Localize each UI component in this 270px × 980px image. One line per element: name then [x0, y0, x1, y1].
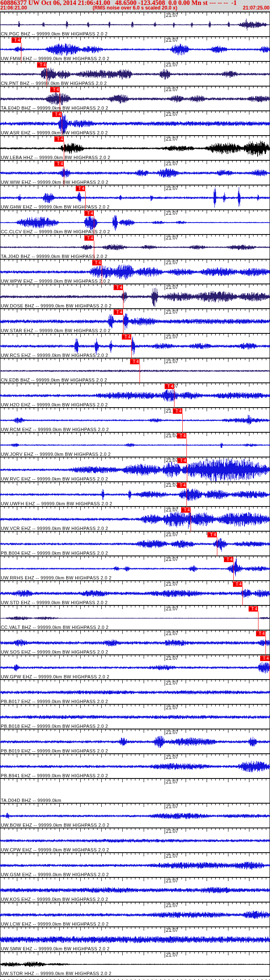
pick-marker-line[interactable]	[140, 364, 140, 383]
trace-row[interactable]: 21:07 UW.DOSE BHZ -- 99999.0km BW HIGHPA…	[0, 284, 270, 308]
pick-marker-flag[interactable]: xT 4	[165, 384, 174, 389]
trace-row[interactable]: 21:07 UW.STAR EHZ -- 99999.0km BW HIGHPA…	[0, 308, 270, 333]
pick-marker-line[interactable]	[64, 166, 64, 185]
pick-marker-line[interactable]	[85, 191, 86, 210]
trace-row[interactable]: 21:07 UW.ASR EHZ -- 99999.0km BW HIGHPAS…	[0, 110, 270, 135]
pick-marker-line[interactable]	[174, 389, 175, 408]
pick-marker-line[interactable]	[47, 68, 47, 87]
trace-row[interactable]: 21:07 CC.VALT BHZ -- 99999.0km BW HIGHPA…	[0, 605, 270, 630]
station-channel-label: UW.STOR HHZ -- 99999.0km BW HIGHPASS 2.0…	[1, 971, 112, 976]
trace-row[interactable]: 21:07 CC.CLCV EHZ -- 99999.0km BW HIGHPA…	[0, 209, 270, 234]
pick-marker-flag[interactable]: xT 4	[92, 260, 102, 265]
pick-marker-line[interactable]	[60, 92, 60, 111]
trace-row[interactable]: 21:07 PB.B019 EHZ -- 99999.0km BW HIGHPA…	[0, 729, 270, 753]
pick-marker-line[interactable]	[62, 117, 62, 136]
station-channel-label: CN.PNT BHZ -- 99999.0km BW HIGHPASS 2.0 …	[1, 81, 107, 86]
pick-marker-line[interactable]	[64, 142, 64, 161]
station-channel-label: UW.H2O EHZ -- 99999.0km BW HIGHPASS 2.0 …	[1, 402, 108, 407]
pick-marker-line[interactable]	[94, 216, 94, 235]
trace-row[interactable]: 21:07 UW.UWFH EHZ -- 99999.0km BW HIGHPA…	[0, 481, 270, 506]
pick-marker-flag[interactable]: xT 4	[122, 334, 131, 340]
pick-marker-line[interactable]	[265, 636, 266, 655]
trace-row[interactable]: 21:07 UW.WIW EHZ -- 99999.0km BW HIGHPAS…	[0, 160, 270, 185]
minute-tick-label: 21:07	[166, 211, 178, 216]
trace-row[interactable]: 21:07 CN.PGC BHZ -- 99999.0km BW HIGHPAS…	[0, 12, 270, 36]
pick-marker-flag[interactable]: xT 4	[114, 285, 123, 290]
trace-row[interactable]: 21:07 UW.RRHS EHZ -- 99999.0km BW HIGHPA…	[0, 556, 270, 580]
trace-row[interactable]: 21:07 UW.SOS EHZ -- 99999.0km BW HIGHPAS…	[0, 630, 270, 654]
trace-row[interactable]: 21:07 UW.BOW EHZ -- 99999.0km BW HIGHPAS…	[0, 803, 270, 828]
pick-marker-flag[interactable]: xT 4	[177, 483, 186, 488]
pick-marker-flag[interactable]: xT 4	[84, 235, 94, 241]
trace-row[interactable]: 21:07 PB.B004 EHZ -- 99999.0km BW HIGHPA…	[0, 531, 270, 556]
pick-marker-flag[interactable]: xT 4	[233, 581, 242, 587]
trace-row[interactable]: 21:07 UW.SMW EHZ -- 99999.0km BW HIGHPAS…	[0, 926, 270, 951]
pick-marker-flag[interactable]: xT 4	[260, 656, 270, 661]
pick-marker-flag[interactable]: xT 4	[256, 631, 265, 636]
pick-marker-line[interactable]	[186, 438, 187, 457]
trace-row[interactable]: 21:07 UW.H2O EHZ -- 99999.0km BW HIGHPAS…	[0, 382, 270, 407]
trace-row[interactable]: 21:07 TA.E04D BHZ -- 99999.0km BW HIGHPA…	[0, 86, 270, 110]
pick-flag-text: T 4	[87, 236, 93, 240]
pick-marker-flag[interactable]: xT 4	[37, 62, 47, 68]
pick-marker-flag[interactable]: xT 4	[207, 532, 217, 537]
trace-panel[interactable]: 21:07 CN.PGC BHZ -- 99999.0km BW HIGHPAS…	[0, 12, 270, 980]
pick-marker-flag[interactable]: xT 4	[249, 606, 258, 612]
pick-marker-flag[interactable]: xT 4	[177, 458, 187, 463]
trace-row[interactable]: 21:07 UW.RVC EHZ -- 99999.0km BW HIGHPAS…	[0, 457, 270, 481]
trace-row[interactable]: 21:07 CN.EDB BHZ -- 99999.0km BW HIGHPAS…	[0, 358, 270, 382]
trace-row[interactable]: 21:07 TA.J04D BHZ -- 99999.0km BW HIGHPA…	[0, 234, 270, 259]
trace-row[interactable]: 21:07 UW.LCW EHZ -- 99999.0km BW HIGHPAS…	[0, 902, 270, 926]
trace-row[interactable]: 21:07 UW.JORV EHZ -- 99999.0km BW HIGHPA…	[0, 432, 270, 457]
minute-tick-label: 21:07	[166, 557, 178, 562]
pick-marker-line[interactable]	[242, 587, 243, 606]
trace-row[interactable]: 21:07 UW.GPW EHZ -- 99999.0km BW HIGHPAS…	[0, 654, 270, 679]
pick-marker-line[interactable]	[186, 488, 187, 507]
station-channel-label: PB.B941 EHZ -- 99999.0km BW HIGHPASS 2.0…	[1, 773, 108, 778]
pick-marker-flag[interactable]: xT 4	[76, 186, 85, 191]
pick-marker-flag[interactable]: xT 4	[54, 136, 64, 142]
trace-row[interactable]: 21:07 UW.RCM EHZ -- 99999.0km BW HIGHPAS…	[0, 407, 270, 432]
trace-row[interactable]: 21:07 UW.GSM EHZ -- 99999.0km BW HIGHPAS…	[0, 852, 270, 877]
trace-row[interactable]: 21:07 UW.RCS EHZ -- 99999.0km BW HIGHPAS…	[0, 333, 270, 358]
pick-marker-line[interactable]	[217, 537, 217, 556]
pick-marker-line[interactable]	[131, 340, 132, 359]
minute-tick-label: 21:07	[166, 483, 178, 488]
trace-row[interactable]: 21:07 TA.D04D BHZ -- 99999.0km	[0, 778, 270, 803]
minute-tick-label: 21:07	[166, 507, 178, 513]
trace-row[interactable]: 21:07 UW.VCR EHZ -- 99999.0km BW HIGHPAS…	[0, 506, 270, 531]
pick-marker-line[interactable]	[94, 241, 94, 260]
trace-row[interactable]: 21:07 UW.STOR HHZ -- 99999.0km BW HIGHPA…	[0, 951, 270, 976]
pick-marker-line[interactable]	[123, 315, 123, 334]
pick-marker-line[interactable]	[187, 463, 187, 482]
trace-row[interactable]: 21:07 UW.WPW EHZ -- 99999.0km BW HIGHPAS…	[0, 259, 270, 284]
pick-marker-flag[interactable]: xT 4	[181, 507, 191, 513]
trace-row[interactable]: 21:07 PB.B018 EHZ -- 99999.0km BW HIGHPA…	[0, 704, 270, 729]
pick-marker-flag[interactable]: xT 4	[130, 359, 140, 364]
pick-marker-line[interactable]	[182, 414, 183, 433]
trace-row[interactable]: 21:07 UW.KOS EHZ -- 99999.0km BW HIGHPAS…	[0, 877, 270, 902]
pick-marker-flag[interactable]: xT 4	[114, 309, 123, 315]
trace-row[interactable]: 21:07 UW.LEBA HHZ -- 99999.0km BW HIGHPA…	[0, 135, 270, 160]
pick-marker-flag[interactable]: xT 4	[84, 211, 94, 216]
pick-marker-flag[interactable]: xT 4	[50, 87, 60, 92]
trace-row[interactable]: 21:07 PB.B941 EHZ -- 99999.0km BW HIGHPA…	[0, 753, 270, 778]
pick-marker-line[interactable]	[258, 612, 258, 631]
pick-marker-flag[interactable]: xT 4	[12, 38, 21, 43]
pick-marker-line[interactable]	[233, 562, 234, 581]
pick-marker-line[interactable]	[191, 513, 191, 532]
pick-marker-line[interactable]	[102, 265, 102, 284]
trace-row[interactable]: 21:07 UW.STD EHZ -- 99999.0km BW HIGHPAS…	[0, 580, 270, 605]
pick-marker-flag[interactable]: xT 4	[224, 557, 233, 562]
trace-row[interactable]: 21:07 CN.PNT BHZ -- 99999.0km BW HIGHPAS…	[0, 61, 270, 86]
pick-marker-flag[interactable]: xT 4	[173, 408, 182, 414]
trace-row[interactable]: 21:07 UW.GHW EHZ -- 99999.0km BW HIGHPAS…	[0, 185, 270, 209]
trace-row[interactable]: 21:07 UW.FMW EHZ -- 99999.0km BW HIGHPAS…	[0, 36, 270, 61]
pick-marker-flag[interactable]: xT 4	[177, 433, 186, 438]
trace-row[interactable]: 21:07 UW.CPW EHZ -- 99999.0km BW HIGHPAS…	[0, 828, 270, 852]
pick-marker-line[interactable]	[21, 43, 21, 62]
pick-marker-line[interactable]	[123, 290, 123, 309]
trace-row[interactable]: 21:07 PB.B017 EHZ -- 99999.0km BW HIGHPA…	[0, 679, 270, 704]
pick-marker-flag[interactable]: xT 4	[52, 112, 62, 117]
pick-marker-flag[interactable]: xT 4	[54, 161, 64, 166]
